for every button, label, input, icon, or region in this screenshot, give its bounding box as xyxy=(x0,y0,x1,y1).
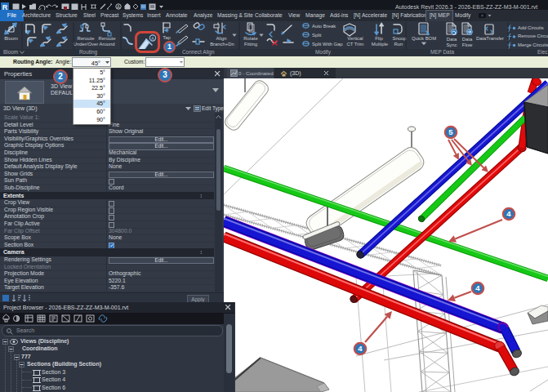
svg-text:Rotate: Rotate xyxy=(243,36,258,41)
svg-text:DataTransfer: DataTransfer xyxy=(476,36,504,41)
svg-text:Reroute: Reroute xyxy=(99,36,117,41)
svg-text:Multiple: Multiple xyxy=(372,42,389,47)
svg-text:Branch+Dn: Branch+Dn xyxy=(210,42,234,47)
svg-text:Data: Data xyxy=(447,37,457,42)
svg-text:A: A xyxy=(117,4,121,10)
svg-text:Flip: Flip xyxy=(375,36,383,41)
svg-text:Under/Over: Under/Over xyxy=(74,42,98,47)
svg-text:Fitting: Fitting xyxy=(244,42,257,47)
svg-text:Flow: Flow xyxy=(462,42,473,47)
svg-text:Snoop: Snoop xyxy=(392,36,407,41)
svg-text:CT Trim: CT Trim xyxy=(347,42,364,47)
svg-text:4: 4 xyxy=(358,344,363,353)
svg-text:Split: Split xyxy=(312,33,322,38)
svg-text:4: 4 xyxy=(475,283,480,292)
svg-text:Auto Break: Auto Break xyxy=(312,24,336,29)
svg-text:4: 4 xyxy=(506,209,511,218)
svg-text:Around: Around xyxy=(100,42,115,47)
svg-text:Bloom: Bloom xyxy=(4,36,18,41)
svg-text:Quick BOM: Quick BOM xyxy=(412,36,436,41)
svg-text:Split With Gap: Split With Gap xyxy=(312,42,343,47)
svg-text:Sync: Sync xyxy=(446,42,457,47)
svg-text:Align: Align xyxy=(216,36,226,41)
svg-text:Tap: Tap xyxy=(163,35,171,40)
svg-text:Run: Run xyxy=(394,42,403,47)
svg-text:Add Circuits: Add Circuits xyxy=(518,25,544,30)
svg-text:Autodesk Revit 2026.3 - 2026-E: Autodesk Revit 2026.3 - 2026-EBS-ZZ-ZZ-M… xyxy=(395,4,537,10)
svg-text:Reroute: Reroute xyxy=(78,36,96,41)
svg-text:Merge Circuits: Merge Circuits xyxy=(518,42,548,47)
svg-text:Vertical: Vertical xyxy=(347,36,363,41)
svg-text:Remove Circui: Remove Circui xyxy=(518,33,548,38)
svg-text:5: 5 xyxy=(448,127,453,136)
svg-text:Data: Data xyxy=(462,37,473,42)
